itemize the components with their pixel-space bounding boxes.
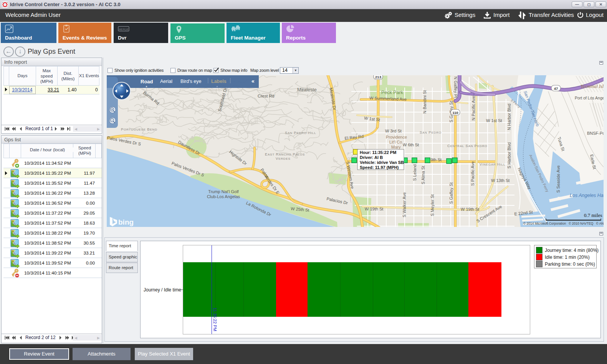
svg-text:Terminal Isl: Terminal Isl bbox=[581, 84, 604, 89]
svg-text:Crest Rd: Crest Rd bbox=[258, 94, 274, 98]
svg-text:W 13th St: W 13th St bbox=[491, 178, 509, 183]
svg-text:Lit'l Co: Lit'l Co bbox=[389, 140, 402, 144]
svg-text:Providence: Providence bbox=[386, 135, 407, 139]
svg-text:Club-Los Angelas: Club-Los Angelas bbox=[207, 194, 240, 199]
svg-text:Los Angeles Harb: Los Angeles Harb bbox=[570, 193, 604, 198]
svg-text:47: 47 bbox=[554, 86, 558, 91]
svg-text:VERDES: VERDES bbox=[276, 156, 291, 160]
svg-text:0.7 miles: 0.7 miles bbox=[584, 212, 602, 218]
svg-text:W 1st St: W 1st St bbox=[486, 118, 502, 123]
svg-text:Miraleste: Miraleste bbox=[297, 87, 317, 93]
svg-text:W 6th St: W 6th St bbox=[403, 142, 419, 147]
svg-text:Trump Nat'l Golf: Trump Nat'l Golf bbox=[208, 189, 239, 194]
svg-text:S Walker Ave: S Walker Ave bbox=[402, 192, 407, 217]
svg-text:Driver: Al B: Driver: Al B bbox=[360, 155, 383, 160]
svg-text:Peck Park: Peck Park bbox=[381, 90, 404, 95]
svg-text:110: 110 bbox=[452, 111, 458, 115]
svg-text:SAN PEDRO HILL: SAN PEDRO HILL bbox=[285, 131, 316, 135]
svg-text:SAN PEDRO: SAN PEDRO bbox=[420, 130, 442, 134]
svg-text:EAST RANCHO PALOS: EAST RANCHO PALOS bbox=[265, 152, 305, 156]
svg-text:N Harbor Blvd: N Harbor Blvd bbox=[507, 104, 511, 130]
svg-text:Hour: 11:35:22 PM: Hour: 11:35:22 PM bbox=[360, 150, 396, 155]
svg-text:213: 213 bbox=[375, 75, 381, 79]
svg-text:W 19th St: W 19th St bbox=[461, 207, 479, 212]
svg-text:© 2014 Microsoft Corporation: © 2014 Microsoft Corporation © 2010 NAVT… bbox=[523, 222, 604, 225]
svg-text:CENTRAL SAN PEDRO: CENTRAL SAN PEDRO bbox=[447, 144, 487, 148]
svg-text:Speed: 11.97 (MPH): Speed: 11.97 (MPH) bbox=[360, 165, 399, 170]
svg-text:bing: bing bbox=[118, 218, 134, 226]
svg-text:S Pacific Ave: S Pacific Ave bbox=[470, 161, 475, 186]
svg-text:S Alma St: S Alma St bbox=[421, 166, 425, 184]
svg-text:N Bandini St: N Bandini St bbox=[422, 90, 427, 114]
svg-text:VINEGAR HILL: VINEGAR HILL bbox=[480, 162, 505, 166]
svg-text:BNSF-Port: BNSF-Port bbox=[587, 131, 604, 136]
svg-text:W 19th St: W 19th St bbox=[365, 207, 383, 211]
svg-text:PORTUGUESE BEND: PORTUGUESE BEND bbox=[121, 127, 157, 131]
svg-text:MERGE: MERGE bbox=[119, 28, 129, 31]
svg-text:Vehicle: idrive Van SB: Vehicle: idrive Van SB bbox=[360, 160, 404, 165]
svg-text:W 3rd St: W 3rd St bbox=[385, 129, 402, 133]
svg-text:S Harbor Blvd: S Harbor Blvd bbox=[507, 142, 511, 169]
svg-text:S Meyler St: S Meyler St bbox=[430, 194, 435, 216]
svg-text:N Pacific Ave: N Pacific Ave bbox=[471, 96, 476, 121]
svg-text:N Gaffey Pl: N Gaffey Pl bbox=[453, 76, 458, 98]
svg-text:Mary: Mary bbox=[391, 145, 401, 149]
svg-text:S Gaffey St: S Gaffey St bbox=[449, 182, 453, 204]
svg-text:S Seaside Ave: S Seaside Ave bbox=[556, 165, 561, 193]
svg-text:Port of Los Angel: Port of Los Angel bbox=[575, 96, 604, 100]
